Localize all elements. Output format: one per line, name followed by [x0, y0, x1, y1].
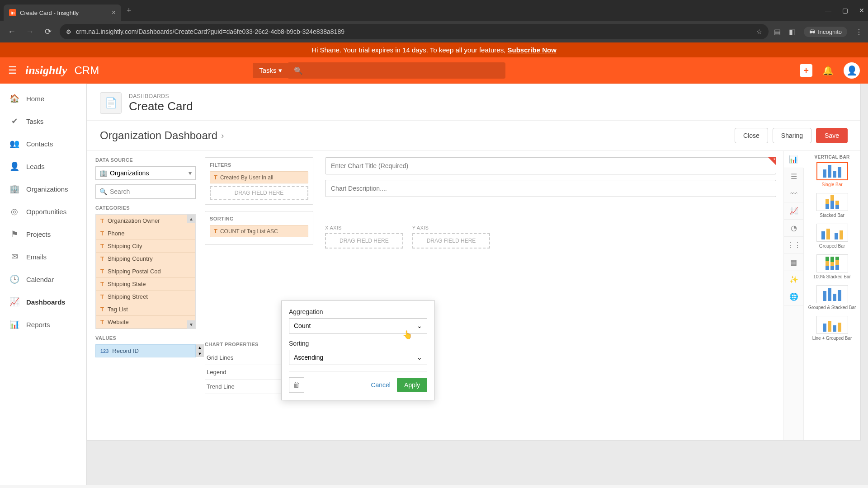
search-scope-dropdown[interactable]: Tasks ▾ [253, 63, 288, 78]
page-title: Create Card [129, 99, 193, 113]
sharing-button[interactable]: Sharing [773, 128, 811, 143]
maximize-icon[interactable]: ▢ [842, 7, 848, 14]
scroll-up-button[interactable]: ▲ [196, 344, 204, 351]
avatar[interactable]: 👤 [844, 62, 860, 79]
cancel-button[interactable]: Cancel [371, 381, 391, 389]
hamburger-icon[interactable]: ☰ [8, 65, 17, 76]
text-type-icon: T [100, 230, 104, 237]
text-type-icon: T [100, 268, 104, 275]
sidebar-item-leads[interactable]: 👤Leads [0, 155, 86, 178]
vtab-list[interactable]: ☰ [784, 168, 803, 185]
sidebar-item-projects[interactable]: ⚑Projects [0, 223, 86, 245]
sidebar-item-dashboards[interactable]: 📈Dashboards [0, 291, 86, 313]
category-item[interactable]: TShipping State [96, 278, 195, 291]
aggregation-select[interactable]: Count ⌄ [289, 318, 427, 333]
close-window-icon[interactable]: ✕ [859, 7, 864, 14]
apply-button[interactable]: Apply [397, 378, 427, 392]
vtab-geo[interactable]: 🌐 [784, 288, 803, 305]
category-item[interactable]: TShipping City [96, 240, 195, 253]
vtab-pie[interactable]: ◔ [784, 220, 803, 237]
sidebar-item-home[interactable]: 🏠Home [0, 87, 86, 110]
vtab-line[interactable]: 〰 [784, 185, 803, 202]
subscribe-link[interactable]: Subscribe Now [507, 46, 556, 54]
browser-tab[interactable]: in Create Card - Insightly × [4, 5, 121, 21]
bookmark-star-icon[interactable]: ☆ [756, 28, 762, 35]
sidebar-item-tasks[interactable]: ✔Tasks [0, 110, 86, 132]
dashboard-name[interactable]: Organization Dashboard › [100, 129, 224, 142]
chart-type-stacked-bar[interactable]: Stacked Bar [807, 193, 858, 218]
sidebar-item-reports[interactable]: 📊Reports [0, 313, 86, 336]
category-item[interactable]: TShipping Postal Cod [96, 265, 195, 278]
vtab-table[interactable]: ▦ [784, 254, 803, 271]
y-axis-drop-zone[interactable]: DRAG FIELD HERE [412, 233, 491, 249]
categories-list: ▲ TOrganization Owner TPhone TShipping C… [95, 214, 196, 329]
chart-description-input[interactable] [325, 180, 776, 197]
chart-type-single-bar[interactable]: Single Bar [807, 162, 858, 188]
text-type-icon: T [214, 228, 217, 235]
organizations-icon: 🏢 [9, 184, 20, 194]
text-type-icon: T [100, 319, 104, 325]
minimize-icon[interactable]: — [825, 7, 831, 14]
filter-chip[interactable]: T Created By User In all [210, 171, 308, 183]
sorting-chip[interactable]: T COUNT of Tag List ASC [210, 225, 308, 237]
category-item[interactable]: TPhone [96, 227, 195, 240]
new-tab-button[interactable]: + [127, 6, 132, 15]
chart-type-100-stacked-bar[interactable]: 100% Stacked Bar [807, 254, 858, 280]
category-item[interactable]: TOrganization Owner [96, 215, 195, 227]
x-axis-drop-zone[interactable]: DRAG FIELD HERE [325, 233, 403, 249]
tab-close-icon[interactable]: × [112, 9, 116, 17]
value-item[interactable]: 123 Record ID [95, 344, 196, 357]
text-type-icon: T [100, 281, 104, 287]
text-type-icon: T [100, 255, 104, 262]
filter-drop-zone[interactable]: DRAG FIELD HERE [210, 186, 308, 200]
add-button[interactable]: + [800, 64, 812, 77]
reload-button[interactable]: ⟳ [42, 27, 54, 37]
chart-category-tabs: 📊 ☰ 〰 📈 ◔ ⋮⋮ ▦ ✨ 🌐 [784, 151, 804, 440]
site-settings-icon[interactable]: ⚙ [66, 28, 71, 35]
sidebar-item-calendar[interactable]: 🕓Calendar [0, 268, 86, 291]
sidebar-item-organizations[interactable]: 🏢Organizations [0, 178, 86, 200]
chevron-down-icon: ⌄ [417, 354, 422, 361]
delete-button[interactable]: 🗑 [289, 377, 304, 393]
chart-type-line-grouped-bar[interactable]: Line + Grouped Bar [807, 316, 858, 341]
vtab-scatter[interactable]: ⋮⋮ [784, 237, 803, 254]
save-button[interactable]: Save [816, 128, 848, 143]
text-type-icon: T [214, 174, 217, 181]
category-item[interactable]: TShipping Country [96, 253, 195, 265]
chart-type-header: VERTICAL BAR [807, 155, 858, 160]
data-source-select[interactable]: 🏢 Organizations [95, 166, 196, 180]
back-button[interactable]: ← [5, 27, 18, 37]
browser-menu-icon[interactable]: ⋮ [855, 28, 863, 36]
home-icon: 🏠 [9, 94, 20, 103]
sidebar-item-opportunities[interactable]: ◎Opportunities [0, 200, 86, 223]
close-button[interactable]: Close [735, 128, 768, 143]
logo[interactable]: insightly [25, 64, 67, 77]
chart-title-input[interactable] [325, 157, 776, 174]
incognito-badge[interactable]: 🕶 Incognito [804, 27, 847, 37]
vtab-funnel[interactable]: ✨ [784, 271, 803, 288]
reading-list-icon[interactable]: ▤ [774, 28, 781, 36]
scroll-down-button[interactable]: ▼ [196, 351, 204, 357]
chart-type-grouped-stacked-bar[interactable]: Grouped & Stacked Bar [807, 285, 858, 310]
chart-type-grouped-bar[interactable]: Grouped Bar [807, 224, 858, 249]
sorting-direction-select[interactable]: Ascending ⌄ [289, 350, 427, 365]
global-search-input[interactable]: 🔍 [288, 62, 505, 79]
notifications-icon[interactable]: 🔔 [822, 65, 834, 76]
sorting-config-popup: Aggregation Count ⌄ Sorting Ascending ⌄ … [281, 300, 435, 400]
category-search-input[interactable]: 🔍 Search [95, 184, 196, 199]
category-item[interactable]: TTag List [96, 303, 195, 316]
scroll-down-button[interactable]: ▼ [187, 320, 195, 328]
forward-button[interactable]: → [24, 27, 36, 37]
side-panel-icon[interactable]: ◧ [789, 28, 796, 36]
sidebar-item-emails[interactable]: ✉Emails [0, 245, 86, 268]
address-bar[interactable]: ⚙ crm.na1.insightly.com/Dashboards/Creat… [60, 24, 769, 39]
leads-icon: 👤 [9, 161, 20, 171]
scroll-up-button[interactable]: ▲ [187, 215, 195, 223]
vtab-bar[interactable]: 📊 [784, 151, 804, 168]
projects-icon: ⚑ [9, 229, 20, 239]
category-item[interactable]: TShipping Street [96, 291, 195, 303]
sidebar-item-contacts[interactable]: 👥Contacts [0, 132, 86, 155]
category-item[interactable]: TWebsite [96, 316, 195, 328]
vtab-area[interactable]: 📈 [784, 202, 803, 220]
sorting-label: SORTING [210, 216, 308, 221]
